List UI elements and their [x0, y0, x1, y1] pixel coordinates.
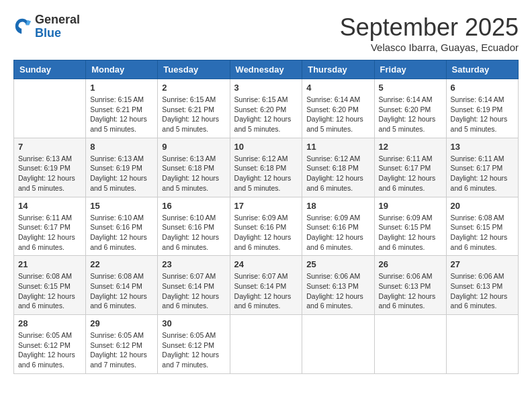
calendar-cell: 6Sunrise: 6:14 AMSunset: 6:19 PMDaylight… — [446, 79, 518, 138]
day-info: Sunrise: 6:09 AMSunset: 6:16 PMDaylight:… — [234, 213, 298, 253]
day-info: Sunrise: 6:13 AMSunset: 6:19 PMDaylight:… — [18, 154, 81, 193]
calendar-cell: 8Sunrise: 6:13 AMSunset: 6:19 PMDaylight… — [86, 138, 158, 197]
calendar-cell: 4Sunrise: 6:14 AMSunset: 6:20 PMDaylight… — [302, 79, 374, 138]
day-number: 15 — [90, 201, 153, 211]
calendar-week-row: 7Sunrise: 6:13 AMSunset: 6:19 PMDaylight… — [14, 138, 519, 197]
day-number: 18 — [306, 201, 369, 211]
title-block: September 2025 Velasco Ibarra, Guayas, E… — [340, 13, 519, 53]
day-number: 22 — [90, 259, 153, 269]
day-number: 25 — [306, 259, 369, 269]
calendar-cell: 7Sunrise: 6:13 AMSunset: 6:19 PMDaylight… — [14, 138, 86, 197]
calendar-cell: 24Sunrise: 6:07 AMSunset: 6:14 PMDayligh… — [230, 256, 302, 315]
weekday-header: Sunday — [14, 60, 86, 79]
calendar-cell: 30Sunrise: 6:05 AMSunset: 6:12 PMDayligh… — [158, 315, 230, 374]
day-info: Sunrise: 6:15 AMSunset: 6:21 PMDaylight:… — [162, 95, 225, 134]
logo-blue: Blue — [35, 27, 80, 40]
calendar-cell: 13Sunrise: 6:11 AMSunset: 6:17 PMDayligh… — [446, 138, 518, 197]
day-info: Sunrise: 6:14 AMSunset: 6:20 PMDaylight:… — [379, 95, 442, 134]
day-info: Sunrise: 6:06 AMSunset: 6:13 PMDaylight:… — [451, 271, 514, 311]
day-info: Sunrise: 6:10 AMSunset: 6:16 PMDaylight:… — [90, 213, 153, 253]
day-info: Sunrise: 6:11 AMSunset: 6:17 PMDaylight:… — [451, 154, 514, 193]
calendar-table: SundayMondayTuesdayWednesdayThursdayFrid… — [13, 60, 519, 374]
calendar-cell: 23Sunrise: 6:07 AMSunset: 6:14 PMDayligh… — [158, 256, 230, 315]
weekday-header: Tuesday — [158, 60, 230, 79]
weekday-header: Friday — [374, 60, 446, 79]
day-number: 19 — [379, 201, 442, 211]
weekday-header: Thursday — [302, 60, 374, 79]
calendar-cell: 21Sunrise: 6:08 AMSunset: 6:15 PMDayligh… — [14, 256, 86, 315]
logo-icon — [13, 16, 32, 38]
day-info: Sunrise: 6:08 AMSunset: 6:15 PMDaylight:… — [451, 213, 514, 253]
calendar-cell: 12Sunrise: 6:11 AMSunset: 6:17 PMDayligh… — [374, 138, 446, 197]
calendar-cell: 16Sunrise: 6:10 AMSunset: 6:16 PMDayligh… — [158, 197, 230, 256]
calendar-cell — [230, 315, 302, 374]
calendar-cell — [374, 315, 446, 374]
day-info: Sunrise: 6:15 AMSunset: 6:20 PMDaylight:… — [234, 95, 298, 134]
day-info: Sunrise: 6:08 AMSunset: 6:15 PMDaylight:… — [18, 271, 81, 311]
calendar-cell: 29Sunrise: 6:05 AMSunset: 6:12 PMDayligh… — [86, 315, 158, 374]
calendar-cell: 22Sunrise: 6:08 AMSunset: 6:14 PMDayligh… — [86, 256, 158, 315]
day-info: Sunrise: 6:05 AMSunset: 6:12 PMDaylight:… — [162, 330, 225, 370]
day-number: 27 — [451, 259, 514, 269]
month-title: September 2025 — [340, 13, 519, 42]
calendar-cell: 27Sunrise: 6:06 AMSunset: 6:13 PMDayligh… — [446, 256, 518, 315]
calendar-cell: 10Sunrise: 6:12 AMSunset: 6:18 PMDayligh… — [230, 138, 302, 197]
day-info: Sunrise: 6:11 AMSunset: 6:17 PMDaylight:… — [18, 213, 81, 253]
day-number: 16 — [162, 201, 225, 211]
location: Velasco Ibarra, Guayas, Ecuador — [340, 42, 519, 53]
day-info: Sunrise: 6:07 AMSunset: 6:14 PMDaylight:… — [234, 271, 298, 311]
day-number: 24 — [234, 259, 298, 269]
day-info: Sunrise: 6:13 AMSunset: 6:18 PMDaylight:… — [162, 154, 225, 193]
day-number: 28 — [18, 318, 81, 328]
calendar-cell: 5Sunrise: 6:14 AMSunset: 6:20 PMDaylight… — [374, 79, 446, 138]
logo: General Blue — [13, 13, 80, 40]
day-number: 9 — [162, 142, 225, 152]
calendar-cell: 11Sunrise: 6:12 AMSunset: 6:18 PMDayligh… — [302, 138, 374, 197]
calendar-cell: 1Sunrise: 6:15 AMSunset: 6:21 PMDaylight… — [86, 79, 158, 138]
day-info: Sunrise: 6:09 AMSunset: 6:16 PMDaylight:… — [306, 213, 369, 253]
day-info: Sunrise: 6:11 AMSunset: 6:17 PMDaylight:… — [379, 154, 442, 193]
day-info: Sunrise: 6:08 AMSunset: 6:14 PMDaylight:… — [90, 271, 153, 311]
day-info: Sunrise: 6:07 AMSunset: 6:14 PMDaylight:… — [162, 271, 225, 311]
day-info: Sunrise: 6:13 AMSunset: 6:19 PMDaylight:… — [90, 154, 153, 193]
day-number: 26 — [379, 259, 442, 269]
calendar-cell — [446, 315, 518, 374]
calendar-cell: 14Sunrise: 6:11 AMSunset: 6:17 PMDayligh… — [14, 197, 86, 256]
day-info: Sunrise: 6:05 AMSunset: 6:12 PMDaylight:… — [90, 330, 153, 370]
calendar-week-row: 21Sunrise: 6:08 AMSunset: 6:15 PMDayligh… — [14, 256, 519, 315]
calendar-week-row: 28Sunrise: 6:05 AMSunset: 6:12 PMDayligh… — [14, 315, 519, 374]
day-number: 3 — [234, 83, 298, 93]
day-number: 12 — [379, 142, 442, 152]
calendar-cell: 2Sunrise: 6:15 AMSunset: 6:21 PMDaylight… — [158, 79, 230, 138]
day-info: Sunrise: 6:14 AMSunset: 6:20 PMDaylight:… — [306, 95, 369, 134]
day-number: 30 — [162, 318, 225, 328]
day-info: Sunrise: 6:06 AMSunset: 6:13 PMDaylight:… — [379, 271, 442, 311]
day-number: 4 — [306, 83, 369, 93]
day-number: 6 — [451, 83, 514, 93]
day-number: 2 — [162, 83, 225, 93]
day-number: 5 — [379, 83, 442, 93]
calendar-header-row: SundayMondayTuesdayWednesdayThursdayFrid… — [14, 60, 519, 79]
day-number: 7 — [18, 142, 81, 152]
day-info: Sunrise: 6:15 AMSunset: 6:21 PMDaylight:… — [90, 95, 153, 134]
weekday-header: Monday — [86, 60, 158, 79]
calendar-cell: 19Sunrise: 6:09 AMSunset: 6:15 PMDayligh… — [374, 197, 446, 256]
calendar-week-row: 1Sunrise: 6:15 AMSunset: 6:21 PMDaylight… — [14, 79, 519, 138]
day-info: Sunrise: 6:09 AMSunset: 6:15 PMDaylight:… — [379, 213, 442, 253]
day-info: Sunrise: 6:12 AMSunset: 6:18 PMDaylight:… — [306, 154, 369, 193]
day-info: Sunrise: 6:10 AMSunset: 6:16 PMDaylight:… — [162, 213, 225, 253]
day-number: 11 — [306, 142, 369, 152]
calendar-week-row: 14Sunrise: 6:11 AMSunset: 6:17 PMDayligh… — [14, 197, 519, 256]
logo-text: General Blue — [35, 13, 80, 40]
day-number: 23 — [162, 259, 225, 269]
calendar-cell: 28Sunrise: 6:05 AMSunset: 6:12 PMDayligh… — [14, 315, 86, 374]
day-number: 8 — [90, 142, 153, 152]
weekday-header: Wednesday — [230, 60, 302, 79]
day-number: 17 — [234, 201, 298, 211]
day-number: 20 — [451, 201, 514, 211]
day-number: 14 — [18, 201, 81, 211]
day-info: Sunrise: 6:12 AMSunset: 6:18 PMDaylight:… — [234, 154, 298, 193]
day-info: Sunrise: 6:06 AMSunset: 6:13 PMDaylight:… — [306, 271, 369, 311]
calendar-cell: 9Sunrise: 6:13 AMSunset: 6:18 PMDaylight… — [158, 138, 230, 197]
logo-general: General — [35, 13, 80, 27]
